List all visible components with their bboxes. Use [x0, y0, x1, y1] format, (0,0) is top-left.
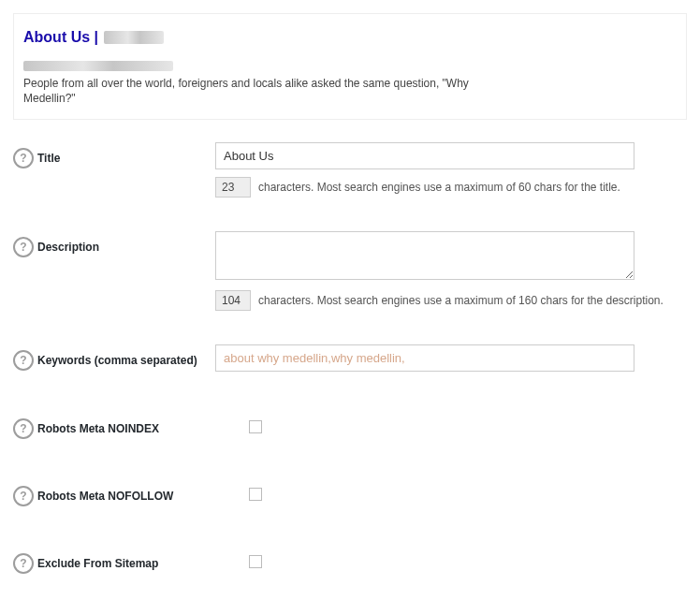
help-icon[interactable]: ?	[13, 553, 34, 574]
redacted-url	[23, 61, 173, 71]
label-noindex-text: Robots Meta NOINDEX	[37, 422, 159, 435]
row-exclude: ? Exclude From Sitemap	[13, 548, 687, 574]
keywords-input[interactable]	[215, 344, 634, 372]
help-icon[interactable]: ?	[13, 148, 34, 168]
label-exclude: ? Exclude From Sitemap	[13, 548, 215, 574]
title-hint-text: characters. Most search engines use a ma…	[258, 181, 620, 194]
row-nofollow: ? Robots Meta NOFOLLOW	[13, 480, 687, 506]
exclude-checkbox[interactable]	[249, 555, 262, 568]
row-description: ? Description 104 characters. Most searc…	[13, 231, 687, 337]
description-count: 104	[215, 290, 251, 311]
serp-description: People from all over the world, foreigne…	[23, 76, 510, 106]
label-title: ? Title	[13, 142, 215, 168]
help-icon[interactable]: ?	[13, 350, 34, 371]
help-icon[interactable]: ?	[13, 418, 34, 439]
label-noindex: ? Robots Meta NOINDEX	[13, 413, 215, 439]
row-title: ? Title 23 characters. Most search engin…	[13, 142, 687, 224]
title-hint: 23 characters. Most search engines use a…	[215, 177, 687, 198]
label-title-text: Title	[37, 152, 60, 165]
row-noindex: ? Robots Meta NOINDEX	[13, 413, 687, 439]
description-input[interactable]	[215, 231, 634, 280]
serp-title: About Us |	[23, 29, 678, 46]
title-count: 23	[215, 177, 251, 198]
nofollow-checkbox[interactable]	[249, 488, 262, 501]
title-input[interactable]	[215, 142, 634, 169]
serp-url-line	[23, 61, 678, 76]
label-exclude-text: Exclude From Sitemap	[37, 557, 158, 570]
serp-preview: About Us | People from all over the worl…	[13, 13, 687, 120]
label-description: ? Description	[13, 231, 215, 257]
help-icon[interactable]: ?	[13, 486, 34, 506]
description-hint: 104 characters. Most search engines use …	[215, 290, 687, 311]
row-keywords: ? Keywords (comma separated)	[13, 344, 687, 372]
description-hint-text: characters. Most search engines use a ma…	[258, 294, 664, 307]
label-keywords: ? Keywords (comma separated)	[13, 344, 215, 371]
help-icon[interactable]: ?	[13, 237, 34, 257]
label-description-text: Description	[37, 241, 99, 254]
label-nofollow-text: Robots Meta NOFOLLOW	[37, 490, 173, 503]
serp-title-prefix: About Us |	[23, 29, 98, 46]
label-nofollow: ? Robots Meta NOFOLLOW	[13, 480, 215, 506]
label-keywords-text: Keywords (comma separated)	[37, 354, 197, 367]
noindex-checkbox[interactable]	[249, 420, 262, 433]
redacted-brand	[104, 31, 164, 44]
